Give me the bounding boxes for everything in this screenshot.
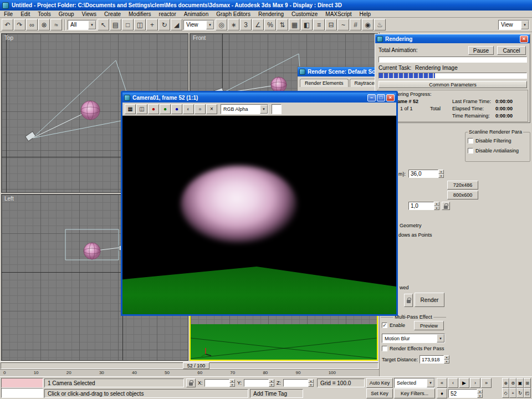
time-slider-handle[interactable]: 52 / 100 [183,362,209,369]
menu-item[interactable]: Graph Editors [212,11,254,18]
rectangular-selection-icon[interactable]: □ [122,19,134,30]
render-type-dropdown[interactable]: View [498,20,529,30]
geometry-option-fragment[interactable]: Geometry [400,223,422,228]
multipass-preview-button[interactable]: Preview [414,321,444,330]
track-bar[interactable]: 0102030405060708090100 [0,369,379,376]
sphere-object[interactable] [81,101,100,120]
select-object-icon[interactable]: ↖ [98,19,109,30]
clear-icon[interactable]: × [206,104,217,114]
layer-manager-icon[interactable]: ⊟ [325,19,337,30]
close-icon[interactable]: × [520,35,528,43]
maxscript-mini-listener-macro[interactable] [1,378,43,388]
field-of-view-button[interactable]: ◇ [502,388,509,398]
snap-toggle-icon[interactable]: 3 [240,19,252,30]
output-size-800x600-button[interactable]: 800x600 [447,191,478,200]
bind-to-space-warp-icon[interactable]: ≈ [50,19,62,30]
rendering-dialog-titlebar[interactable]: Rendering × [375,34,530,43]
selection-lock-button[interactable] [186,378,196,387]
viewport-left-label[interactable]: Left [4,196,14,202]
zoom-extents-button[interactable]: ▣ [516,378,524,388]
menu-item[interactable]: reactor [155,11,180,18]
go-to-start-button[interactable]: « [437,378,447,388]
cancel-button[interactable]: Cancel [497,46,526,55]
render-scene-icon[interactable]: ♨ [374,19,386,30]
use-pivot-center-icon[interactable]: ◎ [216,19,227,30]
menu-item[interactable]: Rendering [254,11,288,18]
output-size-720x486-button[interactable]: 720x486 [447,181,478,190]
camera-object[interactable] [25,60,135,141]
red-channel-icon[interactable]: ● [148,104,159,114]
menu-item[interactable]: Help [356,11,375,18]
auto-key-button[interactable]: Auto Key [366,378,393,388]
save-bitmap-icon[interactable]: ▦ [125,104,136,114]
selection-set-dropdown[interactable]: Selected [394,378,435,388]
select-and-move-icon[interactable]: + [146,19,158,30]
go-to-end-button[interactable]: » [481,378,492,388]
maximize-viewport-button[interactable]: ◰ [524,388,531,398]
play-button[interactable]: ▶ [459,378,469,388]
material-editor-icon[interactable]: ◉ [362,19,374,30]
common-parameters-rollout[interactable]: Common Parameters [378,81,527,88]
background-color-swatch[interactable] [272,104,282,114]
named-selection-sets-icon[interactable]: ▦ [289,19,300,30]
menu-item[interactable]: Customize [288,11,321,18]
z-coordinate-field[interactable] [283,379,308,387]
close-button[interactable]: × [386,94,395,101]
render-effects-per-pass-checkbox[interactable]: Render Effects Per Pass [382,346,444,351]
add-time-tag[interactable]: Add Time Tag [250,389,303,398]
rendered-frame-titlebar[interactable]: Camera01, frame 52 (1:1) –□× [122,93,396,103]
undo-icon[interactable]: ↶ [2,19,13,30]
next-frame-button[interactable]: › [470,378,480,388]
select-and-link-icon[interactable]: ∞ [26,19,38,30]
clone-window-icon[interactable]: ◫ [136,104,147,114]
sphere-object[interactable] [271,77,287,93]
disable-filtering-checkbox[interactable]: Disable Filtering [468,138,511,144]
aperture-width-field[interactable]: 36,0 [408,170,438,178]
x-coordinate-field[interactable] [204,379,229,387]
sphere-object[interactable] [84,243,100,259]
z-spinner[interactable] [308,379,314,387]
key-mode-toggle-button[interactable]: ♦ [437,388,447,398]
current-frame-spinner[interactable] [477,389,483,398]
zoom-button[interactable]: ⊕ [502,378,509,388]
target-distance-spinner[interactable] [444,355,449,364]
menu-item[interactable]: Edit [17,11,34,18]
menu-item[interactable]: MAXScript [321,11,355,18]
chevron-down-icon[interactable] [437,334,444,342]
mirror-icon[interactable]: ◧ [301,19,313,30]
pixel-aspect-lock-button[interactable] [442,202,450,210]
checkbox-checked-icon[interactable]: ✓ [382,323,387,328]
chevron-down-icon[interactable] [521,21,529,29]
schematic-view-icon[interactable]: # [350,19,361,30]
monochrome-icon[interactable]: ● [195,104,206,114]
chevron-down-icon[interactable] [260,105,268,114]
minimize-button[interactable]: – [367,94,376,101]
blue-channel-icon[interactable]: ● [171,104,182,114]
align-icon[interactable]: ≡ [313,19,325,30]
viewport-front-label[interactable]: Front [193,35,206,41]
viewport-top-label[interactable]: Top [4,35,13,41]
percent-snap-icon[interactable]: % [264,19,276,30]
key-filters-button[interactable]: Key Filters... [394,388,435,398]
shadows-as-points-fragment[interactable]: dows as Points [398,232,432,238]
pause-button[interactable]: Pause [468,46,494,55]
angle-snap-icon[interactable]: ∠ [252,19,264,30]
pixel-aspect-field[interactable]: 1,0 [408,202,434,210]
multipass-enable-checkbox[interactable]: ✓Enable [382,323,405,328]
disable-antialiasing-checkbox[interactable]: Disable Antialiasing [468,148,519,154]
redo-icon[interactable]: ↷ [14,19,25,30]
render-dialog-tab[interactable]: Render Elements [300,79,349,87]
chevron-down-icon[interactable] [88,21,96,29]
alpha-channel-icon[interactable]: ◐ [183,104,194,114]
select-and-rotate-icon[interactable]: ↻ [158,19,170,30]
render-button[interactable]: Render [415,293,444,307]
checkbox-icon[interactable] [382,346,387,351]
select-and-scale-icon[interactable]: ◢ [171,19,182,30]
selection-filter-dropdown[interactable]: All [68,20,96,30]
chevron-down-icon[interactable] [206,21,214,29]
menu-item[interactable]: Create [100,11,125,18]
x-spinner[interactable] [229,379,235,387]
green-channel-icon[interactable]: ● [160,104,171,114]
maxscript-mini-listener[interactable] [1,388,43,398]
y-spinner[interactable] [269,379,274,387]
